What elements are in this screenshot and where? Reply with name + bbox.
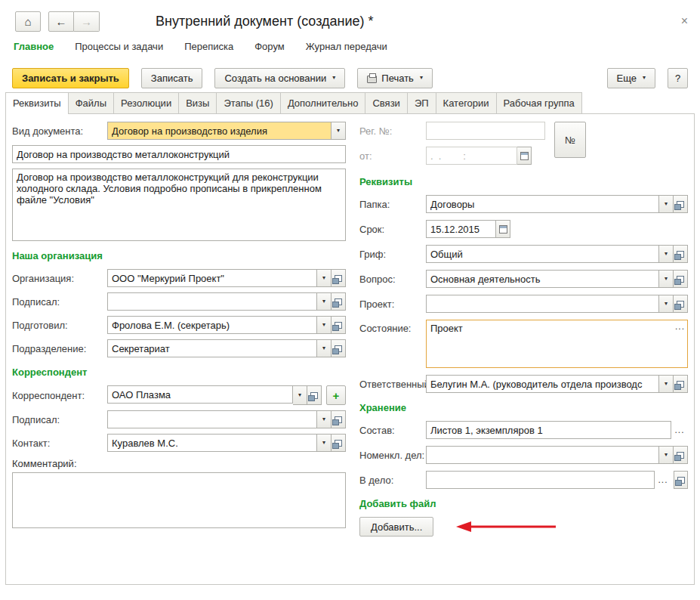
correspondent-open-button[interactable]	[307, 385, 322, 405]
nomenclature-dropdown-button[interactable]: ▾	[659, 446, 674, 464]
create-correspondent-button[interactable]: +	[326, 385, 346, 405]
tab-stages[interactable]: Этапы (16)	[216, 92, 280, 113]
prepared-by-row: Подготовил: ▾	[12, 316, 346, 334]
tab-visas[interactable]: Визы	[178, 92, 216, 113]
nomenclature-input[interactable]	[426, 446, 659, 464]
organization-input[interactable]	[107, 269, 317, 287]
signed-by-open-button[interactable]	[331, 292, 346, 311]
forward-button[interactable]: →	[74, 11, 100, 32]
assign-number-button[interactable]: №	[554, 122, 586, 158]
doc-type-input[interactable]	[107, 122, 331, 140]
state-choose-button[interactable]: ...	[675, 321, 685, 332]
section-our-organization: Наша организация	[12, 250, 346, 261]
add-file-button[interactable]: Добавить...	[359, 517, 433, 537]
doc-type-dropdown-button[interactable]: ▾	[331, 122, 346, 140]
department-dropdown-button[interactable]: ▾	[317, 339, 331, 357]
tab-resolutions[interactable]: Резолюции	[113, 92, 178, 113]
menu-item-forum[interactable]: Форум	[254, 41, 285, 52]
tab-files[interactable]: Файлы	[68, 92, 113, 113]
reg-date-input[interactable]	[426, 147, 517, 165]
signed-by-row: Подписал: ▾	[12, 292, 346, 311]
contact-open-button[interactable]	[331, 434, 346, 452]
tab-signature[interactable]: ЭП	[407, 92, 436, 113]
prepared-by-dropdown-button[interactable]: ▾	[317, 316, 331, 334]
document-window: ⌂ ← → Внутренний документ (создание) * ×…	[0, 0, 700, 600]
contact-input[interactable]	[107, 434, 317, 452]
composition-input[interactable]	[426, 421, 671, 439]
organization-dropdown-button[interactable]: ▾	[317, 269, 331, 287]
tab-additional[interactable]: Дополнительно	[280, 92, 365, 113]
correspondent-input[interactable]	[107, 385, 293, 404]
department-open-button[interactable]	[331, 339, 346, 357]
stamp-input[interactable]	[426, 245, 659, 263]
corr-signed-by-input[interactable]	[107, 410, 317, 428]
help-button[interactable]: ?	[668, 68, 688, 88]
responsible-dropdown-button[interactable]: ▾	[659, 375, 674, 393]
home-icon: ⌂	[24, 15, 31, 28]
prepared-by-input[interactable]	[107, 316, 317, 334]
tab-links[interactable]: Связи	[365, 92, 406, 113]
project-open-button[interactable]	[674, 295, 688, 313]
question-dropdown-button[interactable]: ▾	[659, 270, 674, 288]
project-input[interactable]	[426, 295, 659, 313]
doc-title-input[interactable]	[12, 145, 346, 163]
contact-dropdown-button[interactable]: ▾	[317, 434, 331, 452]
open-form-icon	[335, 275, 342, 282]
back-button[interactable]: ←	[48, 11, 74, 32]
prepared-by-open-button[interactable]	[331, 316, 346, 334]
state-textarea[interactable]: Проект	[427, 320, 687, 367]
corr-signed-by-dropdown-button[interactable]: ▾	[317, 410, 331, 428]
folder-dropdown-button[interactable]: ▾	[659, 195, 674, 213]
project-dropdown-button[interactable]: ▾	[659, 295, 674, 313]
responsible-input[interactable]	[426, 375, 659, 393]
tab-working-group[interactable]: Рабочая группа	[496, 92, 582, 113]
comment-textarea[interactable]	[12, 472, 346, 528]
department-input[interactable]	[107, 339, 317, 357]
question-input[interactable]	[426, 270, 659, 288]
composition-choose-button[interactable]: ...	[671, 421, 688, 439]
menu-item-transfer-log[interactable]: Журнал передачи	[306, 41, 387, 52]
stamp-open-button[interactable]	[674, 245, 688, 263]
chevron-down-icon: ▾	[665, 452, 668, 458]
file-case-choose-button[interactable]: ...	[655, 471, 671, 489]
menu-item-processes[interactable]: Процессы и задачи	[75, 41, 163, 52]
tab-categories[interactable]: Категории	[436, 92, 496, 113]
deadline-input[interactable]	[426, 220, 496, 238]
reg-date-label: от:	[359, 150, 426, 162]
reg-number-input[interactable]	[426, 122, 545, 140]
file-case-input[interactable]	[426, 471, 655, 489]
create-based-on-button[interactable]: Создать на основании ▾	[214, 68, 345, 88]
file-case-open-button[interactable]	[674, 471, 688, 489]
save-button[interactable]: Записать	[141, 68, 203, 88]
print-label: Печать	[381, 73, 414, 84]
organization-open-button[interactable]	[331, 269, 346, 287]
stamp-dropdown-button[interactable]: ▾	[659, 245, 674, 263]
save-and-close-button[interactable]: Записать и закрыть	[12, 68, 129, 88]
open-form-icon	[677, 201, 684, 208]
folder-input[interactable]	[426, 195, 659, 213]
description-textarea[interactable]: Договор на производство металлоконструкц…	[12, 169, 346, 241]
home-button[interactable]: ⌂	[15, 11, 41, 32]
more-button[interactable]: Еще ▾	[607, 68, 655, 88]
correspondent-dropdown-button[interactable]: ▾	[293, 385, 307, 405]
chevron-down-icon: ▾	[332, 75, 335, 81]
reg-date-calendar-button[interactable]	[517, 147, 532, 165]
responsible-open-button[interactable]	[674, 375, 688, 393]
corr-signed-by-open-button[interactable]	[331, 410, 346, 428]
contact-label: Контакт:	[12, 438, 107, 449]
print-button[interactable]: Печать ▾	[357, 68, 433, 88]
chevron-down-icon: ▾	[322, 322, 325, 328]
tab-requisites[interactable]: Реквизиты	[5, 92, 68, 114]
close-button[interactable]: ×	[681, 14, 688, 28]
reg-number-row: Рег. №:	[359, 122, 545, 140]
nomenclature-open-button[interactable]	[674, 446, 688, 464]
deadline-calendar-button[interactable]	[496, 220, 510, 238]
signed-by-dropdown-button[interactable]: ▾	[317, 292, 331, 311]
folder-open-button[interactable]	[674, 195, 688, 213]
menu-item-correspondence[interactable]: Переписка	[184, 41, 233, 52]
menu-item-main[interactable]: Главное	[14, 41, 54, 52]
question-open-button[interactable]	[674, 270, 688, 288]
composition-row: Состав: ...	[359, 421, 688, 439]
nomenclature-row: Номенкл. дел: ▾	[359, 446, 688, 464]
signed-by-input[interactable]	[107, 292, 317, 311]
